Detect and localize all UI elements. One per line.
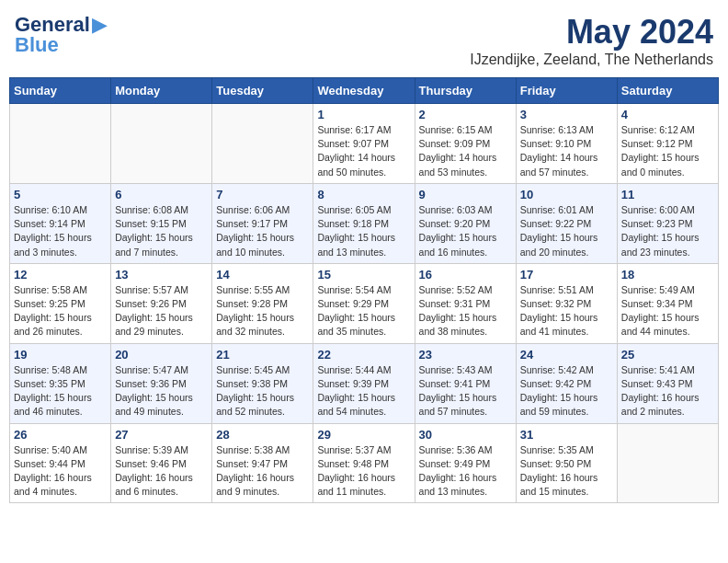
table-row: 6Sunrise: 6:08 AMSunset: 9:15 PMDaylight…	[111, 183, 212, 263]
table-row: 26Sunrise: 5:40 AMSunset: 9:44 PMDayligh…	[10, 423, 111, 503]
day-number: 3	[520, 108, 613, 121]
day-number: 19	[14, 348, 107, 362]
col-tuesday: Tuesday	[212, 78, 313, 104]
day-info: Sunrise: 5:41 AMSunset: 9:43 PMDaylight:…	[621, 363, 714, 419]
table-row	[10, 104, 111, 184]
day-number: 30	[419, 428, 512, 442]
day-info: Sunrise: 5:47 AMSunset: 9:36 PMDaylight:…	[115, 363, 208, 419]
day-info: Sunrise: 6:05 AMSunset: 9:18 PMDaylight:…	[317, 203, 410, 259]
day-number: 2	[419, 108, 512, 121]
day-number: 5	[14, 188, 107, 201]
day-number: 12	[14, 268, 107, 282]
day-info: Sunrise: 5:43 AMSunset: 9:41 PMDaylight:…	[419, 363, 512, 419]
day-number: 15	[317, 268, 410, 282]
day-number: 31	[520, 428, 613, 442]
table-row: 17Sunrise: 5:51 AMSunset: 9:32 PMDayligh…	[516, 263, 617, 343]
title-section: May 2024 IJzendijke, Zeeland, The Nether…	[470, 13, 713, 68]
day-number: 10	[520, 188, 613, 201]
day-info: Sunrise: 5:45 AMSunset: 9:38 PMDaylight:…	[216, 363, 309, 419]
day-info: Sunrise: 5:55 AMSunset: 9:28 PMDaylight:…	[216, 283, 309, 339]
day-number: 14	[216, 268, 309, 282]
table-row: 11Sunrise: 6:00 AMSunset: 9:23 PMDayligh…	[617, 183, 718, 263]
day-info: Sunrise: 6:13 AMSunset: 9:10 PMDaylight:…	[520, 123, 613, 179]
table-row: 22Sunrise: 5:44 AMSunset: 9:39 PMDayligh…	[313, 343, 415, 423]
day-info: Sunrise: 6:03 AMSunset: 9:20 PMDaylight:…	[419, 203, 512, 259]
day-info: Sunrise: 5:51 AMSunset: 9:32 PMDaylight:…	[520, 283, 613, 339]
day-info: Sunrise: 6:00 AMSunset: 9:23 PMDaylight:…	[621, 203, 714, 259]
table-row	[617, 423, 718, 503]
day-number: 26	[14, 428, 107, 442]
day-info: Sunrise: 5:38 AMSunset: 9:47 PMDaylight:…	[216, 443, 309, 500]
table-row: 18Sunrise: 5:49 AMSunset: 9:34 PMDayligh…	[617, 263, 718, 343]
table-row	[212, 104, 313, 184]
table-row: 12Sunrise: 5:58 AMSunset: 9:25 PMDayligh…	[10, 263, 111, 343]
day-info: Sunrise: 6:17 AMSunset: 9:07 PMDaylight:…	[317, 123, 410, 179]
day-info: Sunrise: 5:39 AMSunset: 9:46 PMDaylight:…	[115, 443, 208, 500]
day-number: 27	[115, 428, 208, 442]
location-title: IJzendijke, Zeeland, The Netherlands	[470, 52, 713, 68]
day-info: Sunrise: 6:10 AMSunset: 9:14 PMDaylight:…	[14, 203, 107, 259]
day-number: 24	[520, 348, 613, 362]
calendar-week-row: 12Sunrise: 5:58 AMSunset: 9:25 PMDayligh…	[10, 263, 719, 343]
day-info: Sunrise: 6:01 AMSunset: 9:22 PMDaylight:…	[520, 203, 613, 259]
day-info: Sunrise: 6:12 AMSunset: 9:12 PMDaylight:…	[621, 123, 714, 179]
day-number: 6	[115, 188, 208, 201]
table-row: 21Sunrise: 5:45 AMSunset: 9:38 PMDayligh…	[212, 343, 313, 423]
table-row: 16Sunrise: 5:52 AMSunset: 9:31 PMDayligh…	[415, 263, 516, 343]
table-row	[111, 104, 212, 184]
col-wednesday: Wednesday	[313, 78, 415, 104]
day-number: 18	[621, 268, 714, 282]
day-info: Sunrise: 5:49 AMSunset: 9:34 PMDaylight:…	[621, 283, 714, 339]
day-info: Sunrise: 6:06 AMSunset: 9:17 PMDaylight:…	[216, 203, 309, 259]
table-row: 8Sunrise: 6:05 AMSunset: 9:18 PMDaylight…	[313, 183, 415, 263]
table-row: 3Sunrise: 6:13 AMSunset: 9:10 PMDaylight…	[516, 104, 617, 184]
day-number: 13	[115, 268, 208, 282]
calendar-week-row: 19Sunrise: 5:48 AMSunset: 9:35 PMDayligh…	[10, 343, 719, 423]
day-number: 4	[621, 108, 714, 121]
col-monday: Monday	[111, 78, 212, 104]
day-number: 9	[419, 188, 512, 201]
table-row: 19Sunrise: 5:48 AMSunset: 9:35 PMDayligh…	[10, 343, 111, 423]
calendar-header-row: Sunday Monday Tuesday Wednesday Thursday…	[10, 78, 719, 104]
table-row: 28Sunrise: 5:38 AMSunset: 9:47 PMDayligh…	[212, 423, 313, 503]
day-info: Sunrise: 5:36 AMSunset: 9:49 PMDaylight:…	[419, 443, 512, 500]
logo-bird-icon: ▶	[92, 13, 108, 37]
day-number: 16	[419, 268, 512, 282]
day-number: 23	[419, 348, 512, 362]
col-thursday: Thursday	[415, 78, 516, 104]
day-number: 29	[317, 428, 410, 442]
day-number: 1	[317, 108, 410, 121]
calendar-week-row: 26Sunrise: 5:40 AMSunset: 9:44 PMDayligh…	[10, 423, 719, 503]
table-row: 24Sunrise: 5:42 AMSunset: 9:42 PMDayligh…	[516, 343, 617, 423]
table-row: 7Sunrise: 6:06 AMSunset: 9:17 PMDaylight…	[212, 183, 313, 263]
table-row: 31Sunrise: 5:35 AMSunset: 9:50 PMDayligh…	[516, 423, 617, 503]
day-number: 25	[621, 348, 714, 362]
col-saturday: Saturday	[617, 78, 718, 104]
day-info: Sunrise: 5:42 AMSunset: 9:42 PMDaylight:…	[520, 363, 613, 419]
col-friday: Friday	[516, 78, 617, 104]
table-row: 20Sunrise: 5:47 AMSunset: 9:36 PMDayligh…	[111, 343, 212, 423]
day-number: 8	[317, 188, 410, 201]
header: General ▶ Blue May 2024 IJzendijke, Zeel…	[9, 9, 719, 72]
table-row: 14Sunrise: 5:55 AMSunset: 9:28 PMDayligh…	[212, 263, 313, 343]
table-row: 25Sunrise: 5:41 AMSunset: 9:43 PMDayligh…	[617, 343, 718, 423]
day-info: Sunrise: 5:57 AMSunset: 9:26 PMDaylight:…	[115, 283, 208, 339]
day-info: Sunrise: 5:37 AMSunset: 9:48 PMDaylight:…	[317, 443, 410, 500]
day-number: 20	[115, 348, 208, 362]
table-row: 15Sunrise: 5:54 AMSunset: 9:29 PMDayligh…	[313, 263, 415, 343]
table-row: 5Sunrise: 6:10 AMSunset: 9:14 PMDaylight…	[10, 183, 111, 263]
day-info: Sunrise: 5:54 AMSunset: 9:29 PMDaylight:…	[317, 283, 410, 339]
day-info: Sunrise: 6:15 AMSunset: 9:09 PMDaylight:…	[419, 123, 512, 179]
day-number: 7	[216, 188, 309, 201]
table-row: 10Sunrise: 6:01 AMSunset: 9:22 PMDayligh…	[516, 183, 617, 263]
table-row: 30Sunrise: 5:36 AMSunset: 9:49 PMDayligh…	[415, 423, 516, 503]
day-info: Sunrise: 5:48 AMSunset: 9:35 PMDaylight:…	[14, 363, 107, 419]
table-row: 23Sunrise: 5:43 AMSunset: 9:41 PMDayligh…	[415, 343, 516, 423]
month-title: May 2024	[470, 13, 713, 52]
day-info: Sunrise: 5:58 AMSunset: 9:25 PMDaylight:…	[14, 283, 107, 339]
day-info: Sunrise: 5:44 AMSunset: 9:39 PMDaylight:…	[317, 363, 410, 419]
table-row: 2Sunrise: 6:15 AMSunset: 9:09 PMDaylight…	[415, 104, 516, 184]
table-row: 29Sunrise: 5:37 AMSunset: 9:48 PMDayligh…	[313, 423, 415, 503]
day-info: Sunrise: 5:40 AMSunset: 9:44 PMDaylight:…	[14, 443, 107, 500]
day-number: 21	[216, 348, 309, 362]
